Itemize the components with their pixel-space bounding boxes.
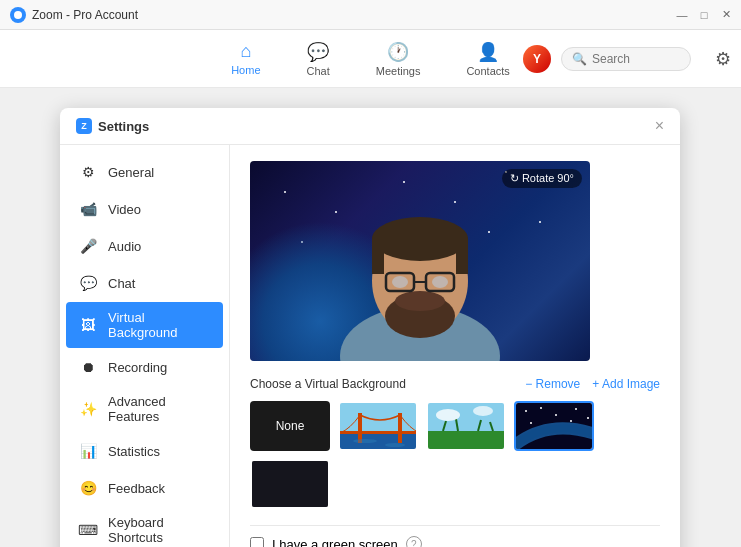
choose-bg-label: Choose a Virtual Background — [250, 377, 406, 391]
sidebar-label-audio: Audio — [108, 239, 141, 254]
nav-item-meetings[interactable]: 🕐 Meetings — [368, 37, 429, 81]
nav-item-chat[interactable]: 💬 Chat — [299, 37, 338, 81]
svg-point-32 — [555, 414, 557, 416]
svg-rect-38 — [252, 461, 330, 509]
sidebar-item-video[interactable]: 📹 Video — [66, 191, 223, 227]
sidebar-item-audio[interactable]: 🎤 Audio — [66, 228, 223, 264]
main-navigation: ⌂ Home 💬 Chat 🕐 Meetings 👤 Contacts 🔍 Y … — [0, 30, 741, 88]
settings-dialog: Z Settings × ⚙ General 📹 Video 🎤 Audio — [60, 108, 680, 547]
settings-title-text: Settings — [98, 119, 149, 134]
svg-point-20 — [385, 443, 405, 447]
settings-gear-icon[interactable]: ⚙ — [715, 48, 731, 70]
rotate-button[interactable]: ↻ Rotate 90° — [502, 169, 582, 188]
bg-item-dark[interactable] — [250, 459, 330, 509]
app-title: Zoom - Pro Account — [32, 8, 138, 22]
golden-gate-preview — [340, 403, 418, 451]
svg-point-8 — [395, 291, 445, 311]
search-input[interactable] — [592, 52, 680, 66]
svg-point-28 — [473, 406, 493, 416]
svg-point-19 — [353, 439, 377, 443]
profile-avatar[interactable]: Y — [523, 45, 551, 73]
settings-title-group: Z Settings — [76, 118, 149, 134]
remove-button[interactable]: − Remove — [525, 377, 580, 391]
sidebar-label-advanced: Advanced Features — [108, 394, 211, 424]
sidebar-label-feedback: Feedback — [108, 481, 165, 496]
home-label: Home — [231, 64, 260, 76]
green-screen-checkbox[interactable] — [250, 537, 264, 547]
chat-sidebar-icon: 💬 — [78, 273, 98, 293]
svg-point-0 — [14, 11, 22, 19]
space-preview — [516, 403, 594, 451]
keyboard-icon: ⌨ — [78, 520, 98, 540]
close-button[interactable]: ✕ — [719, 8, 733, 22]
settings-sidebar: ⚙ General 📹 Video 🎤 Audio 💬 Chat 🖼 — [60, 145, 230, 547]
sidebar-label-keyboard: Keyboard Shortcuts — [108, 515, 211, 545]
feedback-icon: 😊 — [78, 478, 98, 498]
recording-icon: ⏺ — [78, 357, 98, 377]
person-video — [250, 161, 590, 361]
minimize-button[interactable]: — — [675, 8, 689, 22]
video-preview: ↻ Rotate 90° — [250, 161, 590, 361]
sidebar-label-chat: Chat — [108, 276, 135, 291]
svg-point-34 — [587, 417, 589, 419]
bg-item-none[interactable]: None — [250, 401, 330, 451]
svg-rect-15 — [340, 433, 418, 451]
statistics-icon: 📊 — [78, 441, 98, 461]
green-screen-row: I have a green screen ? — [250, 525, 660, 547]
bg-item-golden-gate[interactable] — [338, 401, 418, 451]
advanced-icon: ✨ — [78, 399, 98, 419]
svg-point-35 — [530, 422, 532, 424]
dark-preview — [252, 461, 330, 509]
svg-point-30 — [525, 410, 527, 412]
nav-item-home[interactable]: ⌂ Home — [223, 37, 268, 81]
svg-point-33 — [575, 408, 577, 410]
sidebar-item-keyboard-shortcuts[interactable]: ⌨ Keyboard Shortcuts — [66, 507, 223, 547]
nav-item-contacts[interactable]: 👤 Contacts — [458, 37, 517, 81]
bg-none-label: None — [276, 419, 305, 433]
contacts-label: Contacts — [466, 65, 509, 77]
svg-rect-14 — [340, 403, 418, 433]
settings-content: ↻ Rotate 90° Choose a Virtual Background… — [230, 145, 680, 547]
help-icon[interactable]: ? — [406, 536, 422, 547]
virtual-bg-icon: 🖼 — [78, 315, 98, 335]
sidebar-label-video: Video — [108, 202, 141, 217]
meetings-label: Meetings — [376, 65, 421, 77]
sidebar-item-feedback[interactable]: 😊 Feedback — [66, 470, 223, 506]
general-icon: ⚙ — [78, 162, 98, 182]
svg-point-27 — [436, 409, 460, 421]
sidebar-item-recording[interactable]: ⏺ Recording — [66, 349, 223, 385]
background-grid: None — [250, 401, 660, 509]
svg-rect-22 — [428, 431, 506, 451]
svg-rect-18 — [340, 431, 418, 434]
chat-icon: 💬 — [307, 41, 329, 63]
grass-preview — [428, 403, 506, 451]
section-actions: − Remove + Add Image — [525, 377, 660, 391]
search-box[interactable]: 🔍 — [561, 47, 691, 71]
sidebar-item-statistics[interactable]: 📊 Statistics — [66, 433, 223, 469]
video-icon: 📹 — [78, 199, 98, 219]
sidebar-label-general: General — [108, 165, 154, 180]
sidebar-item-general[interactable]: ⚙ General — [66, 154, 223, 190]
audio-icon: 🎤 — [78, 236, 98, 256]
svg-point-4 — [372, 217, 468, 261]
svg-point-36 — [570, 420, 572, 422]
app-body: Z Settings × ⚙ General 📹 Video 🎤 Audio — [0, 88, 741, 547]
maximize-button[interactable]: □ — [697, 8, 711, 22]
green-screen-label: I have a green screen — [272, 537, 398, 548]
sidebar-item-virtual-background[interactable]: 🖼 Virtual Background — [66, 302, 223, 348]
sidebar-label-recording: Recording — [108, 360, 167, 375]
window-controls: — □ ✕ — [675, 8, 733, 22]
bg-item-grass[interactable] — [426, 401, 506, 451]
chat-label: Chat — [307, 65, 330, 77]
settings-header: Z Settings × — [60, 108, 680, 145]
bg-item-space[interactable] — [514, 401, 594, 451]
svg-point-13 — [432, 276, 448, 288]
settings-close-button[interactable]: × — [655, 118, 664, 134]
contacts-icon: 👤 — [477, 41, 499, 63]
sidebar-item-chat[interactable]: 💬 Chat — [66, 265, 223, 301]
add-image-button[interactable]: + Add Image — [592, 377, 660, 391]
sidebar-item-advanced-features[interactable]: ✨ Advanced Features — [66, 386, 223, 432]
svg-rect-6 — [456, 239, 468, 274]
sidebar-label-statistics: Statistics — [108, 444, 160, 459]
nav-items: ⌂ Home 💬 Chat 🕐 Meetings 👤 Contacts — [223, 37, 518, 81]
